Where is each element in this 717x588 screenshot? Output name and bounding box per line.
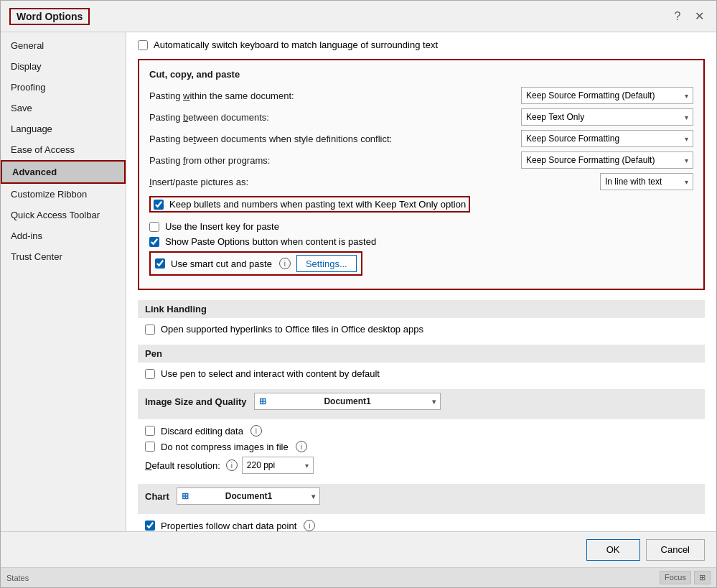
use-pen-row: Use pen to select and interact with cont… (145, 368, 698, 379)
pasting-same-doc-dropdown[interactable]: Keep Source Formatting (Default) ▾ (521, 87, 693, 104)
discard-editing-info-icon[interactable]: i (250, 425, 262, 437)
resolution-info-icon[interactable]: i (226, 459, 238, 471)
pasting-same-doc-row: Pasting within the same document: Keep S… (149, 87, 693, 104)
pasting-between-docs-dropdown[interactable]: Keep Text Only ▾ (521, 108, 693, 126)
taskbar-left-text: States (6, 574, 29, 582)
smart-cut-paste-row: Use smart cut and paste i Settings... (149, 251, 362, 276)
close-button[interactable]: ✕ (690, 8, 708, 25)
ok-button[interactable]: OK (586, 539, 640, 561)
doc-icon: ⊞ (259, 396, 266, 406)
pen-header: Pen (138, 345, 705, 363)
resolution-dropdown[interactable]: 220 ppi ▾ (242, 457, 314, 474)
pasting-other-programs-arrow: ▾ (685, 157, 688, 164)
keep-bullets-label: Keep bullets and numbers when pasting te… (169, 199, 466, 210)
chart-document-value: Document1 (225, 491, 272, 501)
image-quality-section: Image Size and Quality ⊞ Document1 ▾ Dis… (138, 389, 705, 474)
discard-editing-label: Discard editing data (161, 426, 243, 437)
chart-document-dropdown[interactable]: ⊞ Document1 ▾ (177, 487, 320, 505)
sidebar-item-quick-access-toolbar[interactable]: Quick Access Toolbar (1, 205, 126, 225)
cut-copy-paste-title: Cut, copy, and paste (149, 69, 693, 80)
sidebar-item-display[interactable]: Display (1, 56, 126, 77)
image-quality-dropdown-arrow: ▾ (432, 398, 436, 406)
sidebar-item-general[interactable]: General (1, 35, 126, 56)
sidebar-item-proofing[interactable]: Proofing (1, 77, 126, 98)
dialog-body: General Display Proofing Save Language E… (1, 32, 716, 531)
image-quality-document-dropdown[interactable]: ⊞ Document1 ▾ (254, 393, 441, 410)
sidebar-item-trust-center[interactable]: Trust Center (1, 246, 126, 267)
properties-follow-checkbox[interactable] (145, 521, 155, 531)
resolution-label: Default resolution: (145, 460, 220, 471)
link-handling-content: Open supported hyperlinks to Office file… (138, 324, 705, 335)
properties-follow-label: Properties follow chart data point (161, 521, 296, 531)
smart-cut-paste-label: Use smart cut and paste (171, 258, 272, 269)
keep-bullets-checkbox[interactable] (154, 200, 164, 210)
taskbar: States Focus ⊞ (1, 567, 716, 587)
show-paste-options-checkbox[interactable] (149, 237, 159, 247)
chart-content: Properties follow chart data point i (138, 520, 705, 531)
taskbar-windows[interactable]: ⊞ (694, 571, 711, 584)
content-area: Automatically switch keyboard to match l… (126, 32, 716, 531)
link-handling-header: Link Handling (138, 300, 705, 318)
link-handling-section: Link Handling Open supported hyperlinks … (138, 300, 705, 335)
use-insert-key-row: Use the Insert key for paste (149, 221, 693, 232)
no-compress-label: Do not compress images in file (161, 442, 289, 452)
sidebar-item-ease-of-access[interactable]: Ease of Access (1, 139, 126, 160)
taskbar-focus[interactable]: Focus (660, 571, 691, 584)
pasting-between-docs-label: Pasting between documents: (149, 112, 521, 123)
chart-dropdown-arrow: ▾ (311, 493, 315, 500)
pasting-between-docs-row: Pasting between documents: Keep Text Onl… (149, 108, 693, 126)
no-compress-row: Do not compress images in file i (145, 441, 698, 452)
resolution-row: Default resolution: i 220 ppi ▾ (145, 457, 698, 474)
use-insert-key-label: Use the Insert key for paste (165, 221, 279, 232)
properties-follow-info-icon[interactable]: i (304, 520, 315, 531)
title-controls: ? ✕ (669, 8, 708, 25)
properties-follow-row: Properties follow chart data point i (145, 520, 698, 531)
pasting-between-docs-arrow: ▾ (685, 113, 688, 121)
pasting-style-conflict-label: Pasting between documents when style def… (149, 134, 521, 144)
chart-doc-icon: ⊞ (182, 491, 189, 501)
insert-paste-pictures-dropdown[interactable]: In line with text ▾ (600, 173, 693, 190)
top-option-row: Automatically switch keyboard to match l… (138, 39, 705, 50)
dialog-footer: OK Cancel (1, 531, 716, 567)
insert-paste-pictures-value: In line with text (605, 177, 662, 187)
pasting-between-docs-value: Keep Text Only (526, 112, 584, 122)
keep-bullets-row: Keep bullets and numbers when pasting te… (149, 196, 470, 213)
image-quality-document-value: Document1 (324, 396, 370, 406)
open-hyperlinks-label: Open supported hyperlinks to Office file… (161, 324, 423, 335)
use-pen-checkbox[interactable] (145, 369, 155, 379)
pasting-other-programs-value: Keep Source Formatting (Default) (526, 155, 655, 165)
discard-editing-checkbox[interactable] (145, 426, 155, 436)
smart-cut-info-icon[interactable]: i (279, 258, 291, 269)
no-compress-info-icon[interactable]: i (296, 441, 307, 452)
pasting-same-doc-value: Keep Source Formatting (Default) (526, 90, 655, 101)
smart-cut-paste-checkbox[interactable] (155, 258, 165, 269)
show-paste-options-row: Show Paste Options button when content i… (149, 236, 693, 247)
sidebar-item-language[interactable]: Language (1, 118, 126, 139)
help-button[interactable]: ? (669, 8, 686, 25)
show-paste-options-label: Show Paste Options button when content i… (165, 236, 376, 247)
auto-switch-keyboard-checkbox[interactable] (138, 40, 148, 50)
use-insert-key-checkbox[interactable] (149, 222, 159, 232)
discard-editing-row: Discard editing data i (145, 425, 698, 437)
auto-switch-keyboard-label: Automatically switch keyboard to match l… (154, 39, 438, 50)
insert-paste-pictures-arrow: ▾ (685, 178, 688, 186)
sidebar-item-advanced[interactable]: Advanced (1, 160, 126, 184)
open-hyperlinks-checkbox[interactable] (145, 325, 155, 335)
sidebar-item-add-ins[interactable]: Add-ins (1, 225, 126, 246)
resolution-dropdown-arrow: ▾ (305, 462, 309, 470)
sidebar-item-customize-ribbon[interactable]: Customize Ribbon (1, 184, 126, 205)
chart-section: Chart ⊞ Document1 ▾ Properties follow ch… (138, 484, 705, 531)
pasting-style-conflict-dropdown[interactable]: Keep Source Formatting ▾ (521, 130, 693, 147)
no-compress-checkbox[interactable] (145, 442, 155, 452)
cancel-button[interactable]: Cancel (646, 539, 705, 561)
pasting-other-programs-dropdown[interactable]: Keep Source Formatting (Default) ▾ (521, 151, 693, 169)
smart-cut-settings-button[interactable]: Settings... (296, 255, 357, 272)
image-quality-content: Discard editing data i Do not compress i… (138, 425, 705, 474)
use-pen-label: Use pen to select and interact with cont… (161, 368, 380, 379)
sidebar-item-save[interactable]: Save (1, 98, 126, 118)
chart-header-row: Chart ⊞ Document1 ▾ (145, 487, 698, 505)
pen-section: Pen Use pen to select and interact with … (138, 345, 705, 379)
pasting-same-doc-arrow: ▾ (685, 92, 688, 100)
pasting-other-programs-row: Pasting from other programs: Keep Source… (149, 151, 693, 169)
taskbar-right: Focus ⊞ (660, 571, 711, 584)
